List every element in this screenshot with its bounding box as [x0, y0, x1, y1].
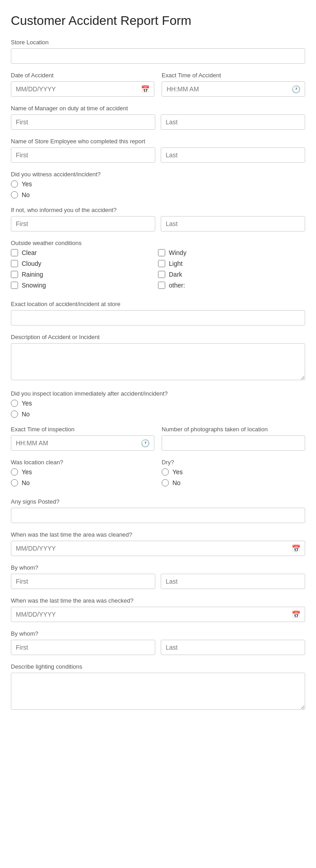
last-checked-by-label: By whom? [11, 630, 305, 637]
inspection-time-input[interactable] [11, 435, 154, 451]
description-group: Description of Accident or Incident [11, 334, 305, 382]
exact-location-input[interactable] [11, 310, 305, 326]
clean-field: Was location clean? Yes No [11, 459, 154, 490]
clean-yes-label: Yes [22, 468, 32, 476]
manager-name-group: Name of Manager on duty at time of accid… [11, 105, 305, 130]
inspect-group: Did you inspect location immediately aft… [11, 390, 305, 418]
dry-yes-option[interactable]: Yes [162, 468, 305, 476]
inspect-yes-radio[interactable] [11, 400, 18, 407]
manager-last-wrap [161, 114, 305, 130]
store-location-group: Store Location [11, 39, 305, 64]
cleaned-last-input[interactable] [161, 574, 305, 589]
employee-name-label: Name of Store Employee who completed thi… [11, 138, 305, 145]
manager-last-input[interactable] [161, 114, 305, 130]
weather-snowing[interactable]: Snowing [11, 282, 158, 289]
last-cleaned-date-wrap: 📅 [11, 541, 305, 556]
weather-dark[interactable]: Dark [158, 271, 305, 278]
weather-light-label: Light [169, 260, 182, 267]
employee-last-input[interactable] [161, 147, 305, 163]
num-photos-label: Number of photographs taken of location [162, 426, 305, 433]
inspection-time-label: Exact Time of inspection [11, 426, 154, 433]
date-input[interactable] [11, 81, 154, 97]
dry-label: Dry? [162, 459, 305, 466]
clean-radios: Yes No [11, 468, 154, 486]
informed-by-row [11, 216, 305, 231]
weather-checkboxes: Clear Cloudy Raining Snowing Windy [11, 249, 305, 292]
signs-posted-group: Any signs Posted? [11, 498, 305, 523]
last-cleaned-by-group: By whom? [11, 564, 305, 589]
checked-last-input[interactable] [161, 640, 305, 655]
employee-name-row [11, 147, 305, 163]
inspect-no-radio[interactable] [11, 410, 18, 418]
manager-first-input[interactable] [11, 114, 155, 130]
employee-name-group: Name of Store Employee who completed thi… [11, 138, 305, 163]
witness-yes-option[interactable]: Yes [11, 180, 305, 188]
manager-name-label: Name of Manager on duty at time of accid… [11, 105, 305, 112]
weather-raining[interactable]: Raining [11, 271, 158, 278]
signs-posted-label: Any signs Posted? [11, 498, 305, 505]
informed-last-input[interactable] [161, 216, 305, 231]
manager-first-wrap [11, 114, 155, 130]
inspection-time-field: Exact Time of inspection 🕐 [11, 426, 154, 451]
store-location-input[interactable] [11, 48, 305, 64]
date-label: Date of Accident [11, 72, 154, 79]
clean-no-radio[interactable] [11, 479, 18, 486]
clean-yes-radio[interactable] [11, 468, 18, 476]
weather-windy-checkbox[interactable] [158, 249, 165, 256]
cleaned-last-wrap [161, 574, 305, 589]
clean-no-option[interactable]: No [11, 479, 154, 486]
checked-first-input[interactable] [11, 640, 155, 655]
weather-raining-checkbox[interactable] [11, 271, 18, 278]
weather-raining-label: Raining [22, 271, 43, 278]
dry-no-option[interactable]: No [162, 479, 305, 486]
checked-first-wrap [11, 640, 155, 655]
weather-cloudy[interactable]: Cloudy [11, 260, 158, 267]
cleaned-first-input[interactable] [11, 574, 155, 589]
time-field: Exact Time of Accident 🕐 [162, 72, 305, 97]
witness-no-radio[interactable] [11, 191, 18, 198]
witness-no-option[interactable]: No [11, 191, 305, 198]
witness-no-label: No [22, 191, 30, 198]
weather-windy[interactable]: Windy [158, 249, 305, 256]
weather-clear[interactable]: Clear [11, 249, 158, 256]
last-checked-date-input[interactable] [11, 607, 305, 622]
dry-field: Dry? Yes No [162, 459, 305, 490]
inspect-no-option[interactable]: No [11, 410, 305, 418]
dry-yes-radio[interactable] [162, 468, 169, 476]
witness-yes-label: Yes [22, 180, 32, 188]
weather-other[interactable]: other: [158, 282, 305, 289]
date-wrap: 📅 [11, 81, 154, 97]
weather-snowing-checkbox[interactable] [11, 282, 18, 289]
signs-posted-input[interactable] [11, 508, 305, 523]
last-checked-by-group: By whom? [11, 630, 305, 655]
last-checked-date-wrap: 📅 [11, 607, 305, 622]
inspect-label: Did you inspect location immediately aft… [11, 390, 305, 397]
num-photos-input[interactable] [162, 435, 305, 451]
clean-yes-option[interactable]: Yes [11, 468, 154, 476]
employee-first-input[interactable] [11, 147, 155, 163]
weather-light-checkbox[interactable] [158, 260, 165, 267]
dry-no-radio[interactable] [162, 479, 169, 486]
witness-radios: Yes No [11, 180, 305, 198]
weather-cloudy-checkbox[interactable] [11, 260, 18, 267]
time-input[interactable] [162, 81, 305, 97]
last-cleaned-date-input[interactable] [11, 541, 305, 556]
last-checked-date-label: When was the last time the area was chec… [11, 597, 305, 604]
informed-by-group: If not, who informed you of the accident… [11, 207, 305, 231]
last-cleaned-by-label: By whom? [11, 564, 305, 571]
weather-light[interactable]: Light [158, 260, 305, 267]
inspect-yes-option[interactable]: Yes [11, 400, 305, 407]
employee-last-wrap [161, 147, 305, 163]
informed-first-input[interactable] [11, 216, 155, 231]
witness-yes-radio[interactable] [11, 180, 18, 188]
description-textarea[interactable] [11, 343, 305, 380]
weather-dark-checkbox[interactable] [158, 271, 165, 278]
lighting-textarea[interactable] [11, 673, 305, 710]
date-field: Date of Accident 📅 [11, 72, 154, 97]
weather-other-checkbox[interactable] [158, 282, 165, 289]
employee-first-wrap [11, 147, 155, 163]
last-cleaned-by-row [11, 574, 305, 589]
cleaned-first-wrap [11, 574, 155, 589]
weather-group: Outside weather conditions Clear Cloudy … [11, 240, 305, 292]
weather-clear-checkbox[interactable] [11, 249, 18, 256]
